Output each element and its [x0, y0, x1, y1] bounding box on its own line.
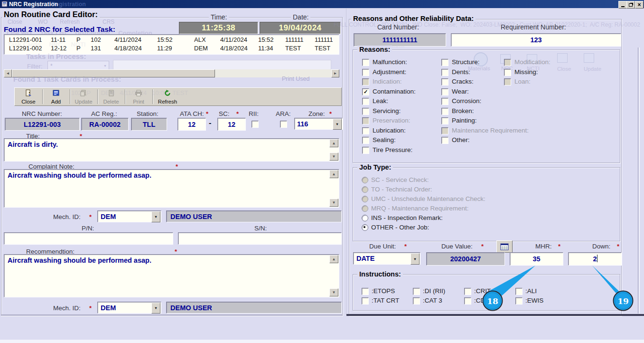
update-label: Update [75, 99, 92, 105]
scroll-down-button[interactable]: ▼ [329, 152, 338, 161]
close-button[interactable]: Close [17, 88, 40, 105]
cell-user: ALX [194, 36, 220, 43]
mhr-input[interactable]: 35 [510, 252, 563, 266]
checkbox-missing-label: Missing: [514, 68, 538, 76]
radio-to [362, 186, 368, 193]
checkbox-crit[interactable] [464, 288, 471, 295]
checkbox-ali-label: :ALI [525, 287, 537, 295]
minimize-icon [621, 6, 625, 7]
due-unit-combo[interactable]: DATE ▼ [353, 252, 420, 265]
checkbox-maintenance-requirement [441, 127, 448, 134]
mech-id-dropdown-button[interactable]: ▼ [151, 211, 160, 222]
required-marker: * [89, 213, 92, 220]
pn-input[interactable] [4, 232, 173, 245]
minimize-button[interactable] [618, 1, 627, 9]
radio-mrq [362, 205, 368, 212]
checkbox-cd[interactable] [464, 297, 471, 305]
checkbox-dents[interactable] [441, 69, 448, 76]
scroll-up-button[interactable]: ▲ [329, 170, 338, 178]
checkbox-crit-label: :CRIT [474, 287, 491, 295]
ata-sc-dash: - [209, 119, 211, 127]
due-unit-dropdown-button[interactable]: ▼ [411, 253, 420, 265]
found-nrc-text: Found 2 NRC for Selected Task: [4, 25, 115, 34]
checkbox-di-rii[interactable] [413, 288, 420, 295]
zone-combo[interactable]: 116 ▼ [294, 118, 343, 130]
complaint-textarea[interactable]: Aircraft washing should be performed asa… [4, 169, 339, 208]
checkbox-lubrication[interactable] [362, 127, 369, 134]
chevron-down-icon: ▼ [336, 122, 339, 126]
radio-ins[interactable] [362, 215, 368, 221]
rii-checkbox[interactable] [252, 121, 259, 128]
mech-id2-dropdown-button[interactable]: ▼ [151, 303, 160, 314]
checkbox-leak[interactable] [362, 98, 369, 105]
due-unit-value: DATE [356, 255, 374, 262]
cell-num: 102 [91, 36, 114, 43]
cell-time2: 15:52 [258, 36, 285, 43]
card-number-label: Card Number: [377, 23, 419, 31]
scroll-down-button[interactable]: ▼ [329, 199, 338, 207]
add-button[interactable]: Add [44, 88, 68, 105]
calendar-button[interactable] [496, 240, 513, 253]
required-marker: * [558, 243, 560, 250]
checkbox-wear[interactable] [441, 88, 448, 95]
checkbox-servicing[interactable] [362, 108, 369, 115]
scroll-down-button[interactable]: ▼ [329, 288, 338, 296]
due-value-field: 20200427 [426, 252, 505, 266]
mech-id-combo[interactable]: DEM ▼ [97, 210, 161, 222]
checkbox-ewis[interactable] [515, 297, 523, 305]
down-input[interactable]: 2 [568, 252, 622, 266]
mech-id2-label: Mech. ID: [53, 305, 81, 312]
mech-id2-value: DEM [101, 304, 116, 312]
checkbox-adjustment-label: Adjustment: [373, 68, 406, 76]
title-textarea[interactable]: Aircraft is dirty. ▲ ▼ [4, 138, 339, 162]
scroll-up-button[interactable]: ▲ [329, 139, 338, 147]
zone-label: Zone: [308, 110, 325, 117]
restore-button[interactable] [626, 1, 635, 9]
chevron-down-icon: ▼ [154, 215, 158, 219]
station-field: TLL [131, 118, 167, 131]
checkbox-other[interactable] [441, 137, 448, 144]
checkbox-structure[interactable] [441, 59, 448, 66]
required-marker: * [617, 243, 619, 250]
ata-ch-input[interactable]: 12 [177, 118, 206, 131]
checkbox-ali[interactable] [515, 288, 523, 295]
ghost-print-used: Print Used [282, 76, 309, 82]
checkbox-sealing[interactable] [362, 137, 369, 144]
checkbox-tat-crt[interactable] [362, 297, 369, 305]
scroll-left-icon: ◄ [6, 71, 10, 76]
scroll-right-icon: ► [334, 71, 337, 76]
close-window-button[interactable]: × [635, 1, 644, 9]
checkbox-adjustment[interactable] [362, 69, 369, 76]
delete-label: Delete [103, 99, 119, 105]
scroll-up-icon: ▲ [332, 255, 336, 264]
mech-id2-combo[interactable]: DEM ▼ [97, 302, 161, 314]
scroll-left-button[interactable]: ◄ [4, 69, 12, 77]
checkbox-tire-pressure[interactable] [362, 147, 369, 154]
ghost-materials-label: Materials [468, 66, 490, 71]
sn-input[interactable] [178, 232, 342, 245]
recommendation-textarea[interactable]: Aircraft washing should be performed asa… [4, 254, 339, 297]
radio-other-job-label: OTHER - Other Job: [371, 224, 429, 231]
scroll-up-button[interactable]: ▲ [329, 255, 338, 263]
checkbox-preservation-label: Preservation: [373, 117, 411, 124]
req-number-field[interactable]: 123 [451, 33, 621, 47]
checkbox-broken-label: Broken: [452, 107, 474, 114]
checkbox-broken[interactable] [441, 108, 448, 115]
job-type-title: Job Type: [357, 163, 393, 171]
checkbox-contamination[interactable]: ✓ [362, 88, 369, 95]
zone-dropdown-button[interactable]: ▼ [333, 119, 342, 130]
radio-other-job[interactable] [362, 224, 368, 231]
checkbox-missing[interactable] [504, 69, 511, 76]
checkbox-cat3[interactable] [413, 297, 420, 305]
checkbox-corrosion[interactable] [441, 98, 448, 105]
sc-input[interactable]: 12 [217, 118, 246, 131]
checkbox-cracks[interactable] [441, 78, 448, 86]
ara-checkbox[interactable] [280, 121, 287, 128]
checkbox-indication [362, 78, 369, 86]
mech-name2-field: DEMO USER [166, 302, 342, 314]
scroll-right-button[interactable]: ► [331, 69, 339, 77]
checkbox-corrosion-label: Corrosion: [452, 97, 481, 105]
checkbox-malfunction[interactable] [362, 59, 369, 66]
checkbox-etops[interactable] [362, 288, 369, 295]
checkbox-painting[interactable] [441, 117, 448, 124]
